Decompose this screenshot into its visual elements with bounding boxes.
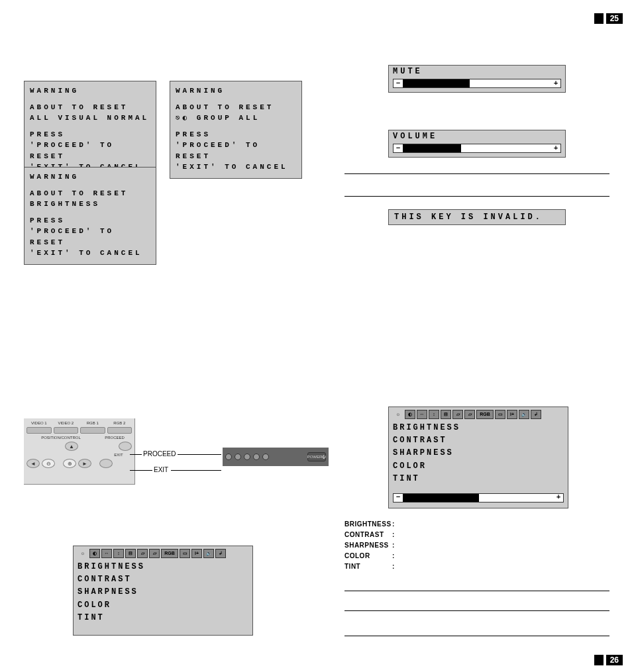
power-button[interactable]: POWER ⏻ [307, 452, 326, 461]
posctrl-label: POSITION/CONTROL [26, 436, 95, 440]
keystone-icon: ▱ [137, 549, 148, 558]
strip-button[interactable] [253, 454, 260, 460]
exit-button[interactable] [99, 459, 113, 468]
volume-bar: − + [393, 144, 561, 153]
strip-exit-button[interactable] [235, 454, 241, 460]
minus-icon: − [394, 492, 403, 504]
mute-bar: − + [393, 79, 561, 88]
hpos-icon: ↔ [417, 410, 427, 419]
minus-icon: − [394, 79, 403, 87]
warning-line: PRESS [176, 129, 296, 140]
def-label: COLOR [344, 551, 392, 561]
warning-line: 'PROCEED' TO RESET [30, 226, 150, 248]
keystone-icon: ▱ [149, 549, 160, 558]
proceed-label: PROCEED [97, 436, 132, 440]
proceed-button[interactable] [119, 442, 132, 451]
vpos-icon: ↕ [113, 549, 124, 558]
right-button[interactable]: ► [78, 459, 91, 468]
aspect-icon: ▭ [495, 410, 505, 419]
def-label: CONTRAST [344, 530, 392, 540]
page-number-bottom: 26 [606, 655, 623, 665]
plus-icon: + [554, 492, 563, 504]
menu-item[interactable]: SHARPNESS [78, 586, 248, 599]
callout-line [130, 470, 152, 471]
info-icon: i+ [191, 549, 202, 558]
left-button[interactable]: ◄ [26, 459, 40, 468]
plus-button[interactable]: ⊕ [63, 459, 76, 468]
invalid-key-text: THIS KEY IS INVALID. [394, 213, 543, 222]
strip-button[interactable] [244, 454, 250, 460]
rgb1-button[interactable] [80, 427, 105, 434]
def-label: SHARPNESS [344, 540, 392, 551]
rgb-icon: RGB [476, 410, 494, 419]
divider [344, 196, 609, 197]
warning-title: WARNING [30, 171, 150, 183]
warning-line: ⎋◐ GROUP ALL [176, 113, 296, 124]
warning-title: WARNING [30, 85, 150, 97]
menu-item[interactable]: COLOR [393, 460, 564, 473]
minus-icon: − [394, 144, 403, 152]
exit-icon: ↲ [215, 549, 226, 558]
menu-item[interactable]: COLOR [78, 599, 248, 612]
warning-line: ALL VISUAL NORMAL [30, 113, 150, 124]
adjust-bar[interactable]: − + [393, 493, 564, 503]
menu-item[interactable]: BRIGHTNESS [78, 561, 248, 573]
brightness-icon: ☼ [393, 410, 403, 419]
audio-icon: 🔈 [203, 549, 214, 558]
warning-line: ABOUT TO RESET [30, 188, 150, 199]
menu-item[interactable]: BRIGHTNESS [393, 422, 564, 434]
callout-proceed: PROCEED [143, 450, 176, 457]
src-label: RGB 2 [107, 421, 132, 425]
strip-button[interactable] [262, 454, 269, 460]
menu-item[interactable]: CONTRAST [393, 434, 564, 447]
divider [344, 173, 609, 174]
warning-line: ABOUT TO RESET [176, 102, 296, 113]
warning-line: 'PROCEED' TO RESET [176, 140, 296, 162]
clamp-icon: ⊟ [125, 549, 136, 558]
video2-button[interactable] [54, 427, 79, 434]
divider [344, 636, 609, 636]
src-label: RGB 1 [80, 421, 105, 425]
clamp-icon: ⊟ [441, 410, 451, 419]
warning-box-brightness: WARNING ABOUT TO RESET BRIGHTNESS PRESS … [24, 167, 156, 265]
src-label: VIDEO 2 [54, 421, 79, 425]
menu-item[interactable]: SHARPNESS [393, 447, 564, 459]
mute-label: MUTE [393, 67, 561, 76]
audio-icon: 🔈 [519, 410, 529, 419]
volume-osd: VOLUME − + [388, 130, 566, 158]
menu-item[interactable]: TINT [78, 612, 248, 624]
invalid-key-osd: THIS KEY IS INVALID. [388, 209, 566, 225]
strip-proceed-button[interactable] [225, 454, 232, 460]
volume-label: VOLUME [393, 132, 561, 141]
callout-line [130, 454, 142, 455]
warning-title: WARNING [176, 85, 296, 97]
up-button[interactable]: ▲ [65, 442, 78, 451]
menu-item[interactable]: TINT [393, 473, 564, 485]
page-number-top: 25 [606, 13, 623, 24]
keystone-icon: ▱ [452, 410, 463, 419]
video1-button[interactable] [26, 427, 52, 434]
menu-icon-row: ☼ ◐ ↔ ↕ ⊟ ▱ ▱ RGB ▭ i+ 🔈 ↲ [78, 549, 248, 558]
contrast-icon: ◐ [405, 410, 415, 419]
rgb-icon: RGB [161, 549, 178, 558]
warning-box-group-all: WARNING ABOUT TO RESET ⎋◐ GROUP ALL PRES… [170, 81, 302, 179]
divider [344, 610, 609, 611]
exit-icon: ↲ [531, 410, 541, 419]
menu-item[interactable]: CONTRAST [78, 573, 248, 586]
aspect-icon: ▭ [180, 549, 190, 558]
minus-button[interactable]: ⊖ [42, 459, 55, 468]
divider [344, 591, 609, 591]
mute-osd: MUTE − + [388, 65, 566, 93]
definitions-list: BRIGHTNESS: CONTRAST: SHARPNESS: COLOR: … [344, 519, 395, 572]
warning-line: 'PROCEED' TO RESET [30, 140, 150, 162]
def-label: TINT [344, 561, 392, 572]
plus-icon: + [551, 79, 560, 87]
visual-menu-osd-active: ☼ ◐ ↔ ↕ ⊟ ▱ ▱ RGB ▭ i+ 🔈 ↲ BRIGHTNESS CO… [388, 407, 568, 508]
keystone-icon: ▱ [464, 410, 475, 419]
rgb2-button[interactable] [107, 427, 132, 434]
info-icon: i+ [507, 410, 517, 419]
warning-line: PRESS [30, 215, 150, 226]
menu-icon-row: ☼ ◐ ↔ ↕ ⊟ ▱ ▱ RGB ▭ i+ 🔈 ↲ [393, 410, 564, 419]
monitor-control-strip: POWER ⏻ [223, 448, 329, 466]
callout-line [171, 470, 221, 471]
